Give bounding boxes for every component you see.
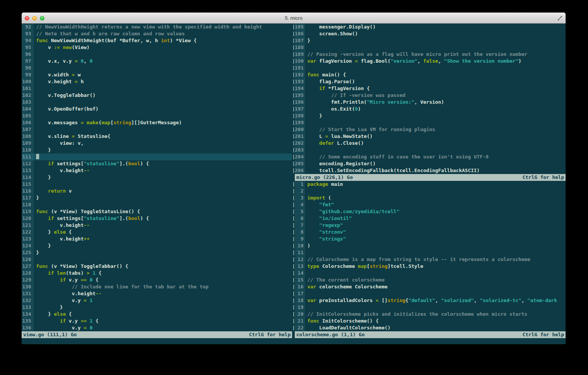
code-line[interactable]: 127func (v *View) ToggleTabbar() { bbox=[22, 263, 292, 270]
code-line[interactable]: 99 v.width = w bbox=[22, 71, 292, 78]
code-line[interactable]: 110 } bbox=[22, 147, 292, 153]
code-line[interactable]: 121 v.height-- bbox=[22, 222, 292, 229]
code-line[interactable]: |204 // Some encoding stuff in case the … bbox=[292, 153, 566, 160]
code-line[interactable]: 106 v.messages = make(map[string][]Gutte… bbox=[22, 119, 292, 126]
code-line[interactable]: |191 bbox=[292, 65, 566, 71]
code-line[interactable]: 118 bbox=[22, 201, 292, 208]
code-line[interactable]: |198 } bbox=[292, 112, 566, 119]
code-text bbox=[305, 65, 566, 71]
code-text: "strconv" bbox=[305, 229, 566, 236]
code-line[interactable]: 130 // Include one line for the tab bar … bbox=[22, 283, 292, 290]
code-line[interactable]: 92// NewViewWidthHeight returns a new vi… bbox=[22, 24, 292, 30]
code-line[interactable]: 108 v.sline = Statusline{ bbox=[22, 133, 292, 140]
code-line[interactable]: |201 L = lua.NewState() bbox=[292, 133, 566, 140]
code-line[interactable]: |21func InitColorscheme() { bbox=[292, 318, 566, 324]
minimize-button[interactable] bbox=[32, 16, 37, 21]
code-line[interactable]: 120 if settings["statusline"].(bool) { bbox=[22, 215, 292, 222]
code-line[interactable]: 103 bbox=[22, 99, 292, 106]
code-line[interactable]: |9 "strings" bbox=[292, 236, 566, 242]
code-line[interactable]: |3import ( bbox=[292, 195, 566, 201]
code-line[interactable]: 126 bbox=[22, 256, 292, 263]
code-line[interactable]: |17 bbox=[292, 290, 566, 297]
code-line[interactable]: |192func main() { bbox=[292, 71, 566, 78]
code-line[interactable]: |202 defer L.Close() bbox=[292, 140, 566, 147]
code-line[interactable]: |188 bbox=[292, 44, 566, 51]
zoom-button[interactable] bbox=[40, 16, 44, 21]
code-line[interactable]: |7 "regexp" bbox=[292, 222, 566, 229]
code-line[interactable]: 123 v.height++ bbox=[22, 236, 292, 242]
code-line[interactable]: |199 bbox=[292, 119, 566, 126]
code-line[interactable]: |15// The current colorscheme bbox=[292, 277, 566, 283]
code-line[interactable]: |203 bbox=[292, 147, 566, 153]
code-line[interactable]: |12// Colorscheme is a map from string t… bbox=[292, 256, 566, 263]
code-line[interactable]: 124 } bbox=[22, 242, 292, 249]
code-line[interactable]: |189// Passing -version as a flag will h… bbox=[292, 51, 566, 58]
code-line[interactable]: |8 "strconv" bbox=[292, 229, 566, 236]
code-line[interactable]: |187} bbox=[292, 37, 566, 44]
code-line[interactable]: |2 bbox=[292, 188, 566, 195]
code-line[interactable]: 129 if v.y == 0 { bbox=[22, 277, 292, 283]
code-text: if v.y == 1 { bbox=[34, 318, 292, 324]
window-titlebar[interactable]: 5. micro bbox=[22, 13, 566, 24]
fullscreen-resize-icon[interactable] bbox=[557, 15, 563, 21]
code-line[interactable]: |190var flagVersion = flag.Bool("version… bbox=[292, 58, 566, 65]
vertical-split-divider: | bbox=[292, 304, 295, 311]
code-line[interactable]: 96 bbox=[22, 51, 292, 58]
code-line[interactable]: 132 v.y = 1 bbox=[22, 297, 292, 304]
code-line[interactable]: |10) bbox=[292, 242, 566, 249]
code-line[interactable]: 113 v.height-- bbox=[22, 167, 292, 174]
code-line[interactable]: 109 view: v, bbox=[22, 140, 292, 147]
code-line[interactable]: |19 bbox=[292, 304, 566, 311]
code-line[interactable]: |5 "github.com/zyedidia/tcell" bbox=[292, 208, 566, 215]
code-line[interactable]: 102 v.ToggleTabbar() bbox=[22, 92, 292, 99]
code-line[interactable]: 128 if len(tabs) > 1 { bbox=[22, 270, 292, 277]
code-line[interactable]: 133 } bbox=[22, 304, 292, 311]
code-line[interactable]: |193 flag.Parse() bbox=[292, 78, 566, 85]
code-line[interactable]: |200 // Start the Lua VM for running plu… bbox=[292, 126, 566, 133]
close-button[interactable] bbox=[25, 16, 29, 21]
code-line[interactable]: 111 bbox=[22, 153, 292, 160]
code-line[interactable]: 94func NewViewWidthHeight(buf *Buffer, w… bbox=[22, 37, 292, 44]
code-line[interactable]: |6 "io/ioutil" bbox=[292, 215, 566, 222]
code-line[interactable]: 115 bbox=[22, 181, 292, 188]
code-line[interactable]: |14 bbox=[292, 270, 566, 277]
code-text: } else { bbox=[34, 229, 292, 236]
code-line[interactable]: 95 v := new(View) bbox=[22, 44, 292, 51]
code-line[interactable]: 136 v.y = 0 bbox=[22, 324, 292, 331]
code-line[interactable]: |13type Colorscheme map[string]tcell.Sty… bbox=[292, 263, 566, 270]
code-line[interactable]: |194 if *flagVersion { bbox=[292, 85, 566, 92]
code-line[interactable]: 134 } else { bbox=[22, 311, 292, 318]
code-line[interactable]: |20// InitColorscheme picks and initiali… bbox=[292, 311, 566, 318]
code-line[interactable]: |195 // If -version was passed bbox=[292, 92, 566, 99]
code-line[interactable]: 135 if v.y == 1 { bbox=[22, 318, 292, 324]
code-line[interactable]: 125} bbox=[22, 249, 292, 256]
code-line[interactable]: |22 LoadDefaultColorscheme() bbox=[292, 324, 566, 331]
code-line[interactable]: |18var preInstalledColors = []string{"de… bbox=[292, 297, 566, 304]
code-line[interactable]: 114 } bbox=[22, 174, 292, 181]
code-line[interactable]: 131 v.height-- bbox=[22, 290, 292, 297]
code-line[interactable]: 105 bbox=[22, 112, 292, 119]
code-line[interactable]: 116 return v bbox=[22, 188, 292, 195]
code-line[interactable]: 107 bbox=[22, 126, 292, 133]
code-line[interactable]: |186 screen.Show() bbox=[292, 30, 566, 37]
code-line[interactable]: |205 encoding.Register() bbox=[292, 160, 566, 167]
code-line[interactable]: |11 bbox=[292, 249, 566, 256]
code-line[interactable]: 97 v.x, v.y = 0, 0 bbox=[22, 58, 292, 65]
code-line[interactable]: 101 bbox=[22, 85, 292, 92]
code-line[interactable]: |16var colorscheme Colorscheme bbox=[292, 283, 566, 290]
code-line[interactable]: |196 fmt.Println("Micro version:", Versi… bbox=[292, 99, 566, 106]
code-line[interactable]: |206 tcell.SetEncodingFallback(tcell.Enc… bbox=[292, 167, 566, 174]
code-line[interactable]: 104 v.OpenBuffer(buf) bbox=[22, 106, 292, 112]
code-line[interactable]: |4 "fmt" bbox=[292, 201, 566, 208]
code-line[interactable]: |1package main bbox=[292, 181, 566, 188]
code-line[interactable]: 93// Note that w and h are raw column an… bbox=[22, 30, 292, 37]
code-line[interactable]: 100 v.height = h bbox=[22, 78, 292, 85]
code-line[interactable]: 98 bbox=[22, 65, 292, 71]
code-line[interactable]: 119func (v *View) ToggleStatusLine() { bbox=[22, 208, 292, 215]
code-text: LoadDefaultColorscheme() bbox=[305, 324, 566, 331]
code-line[interactable]: |197 os.Exit(0) bbox=[292, 106, 566, 112]
code-line[interactable]: 112 if settings["statusline"].(bool) { bbox=[22, 160, 292, 167]
code-line[interactable]: 117} bbox=[22, 195, 292, 201]
code-line[interactable]: 122 } else { bbox=[22, 229, 292, 236]
code-line[interactable]: |185 messenger.Display() bbox=[292, 24, 566, 30]
